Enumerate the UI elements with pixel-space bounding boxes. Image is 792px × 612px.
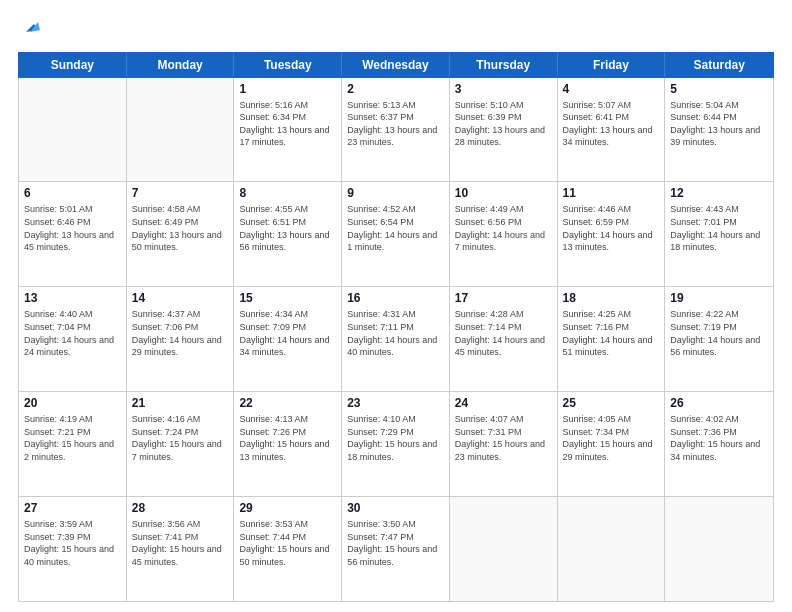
calendar-cell: 30Sunrise: 3:50 AM Sunset: 7:47 PM Dayli… — [342, 497, 450, 601]
cell-info: Sunrise: 4:02 AM Sunset: 7:36 PM Dayligh… — [670, 413, 768, 463]
calendar-day-header: Tuesday — [234, 53, 342, 77]
day-number: 26 — [670, 396, 768, 410]
cell-info: Sunrise: 3:53 AM Sunset: 7:44 PM Dayligh… — [239, 518, 336, 568]
cell-info: Sunrise: 4:19 AM Sunset: 7:21 PM Dayligh… — [24, 413, 121, 463]
cell-info: Sunrise: 4:22 AM Sunset: 7:19 PM Dayligh… — [670, 308, 768, 358]
calendar-day-header: Wednesday — [342, 53, 450, 77]
cell-info: Sunrise: 4:07 AM Sunset: 7:31 PM Dayligh… — [455, 413, 552, 463]
calendar-body: 1Sunrise: 5:16 AM Sunset: 6:34 PM Daylig… — [18, 78, 774, 602]
calendar-cell — [558, 497, 666, 601]
calendar-day-header: Sunday — [19, 53, 127, 77]
calendar-cell: 24Sunrise: 4:07 AM Sunset: 7:31 PM Dayli… — [450, 392, 558, 496]
day-number: 8 — [239, 186, 336, 200]
day-number: 30 — [347, 501, 444, 515]
calendar-cell: 27Sunrise: 3:59 AM Sunset: 7:39 PM Dayli… — [19, 497, 127, 601]
calendar-cell: 19Sunrise: 4:22 AM Sunset: 7:19 PM Dayli… — [665, 287, 773, 391]
day-number: 13 — [24, 291, 121, 305]
day-number: 15 — [239, 291, 336, 305]
day-number: 12 — [670, 186, 768, 200]
calendar-cell: 4Sunrise: 5:07 AM Sunset: 6:41 PM Daylig… — [558, 78, 666, 182]
calendar-day-header: Monday — [127, 53, 235, 77]
cell-info: Sunrise: 4:55 AM Sunset: 6:51 PM Dayligh… — [239, 203, 336, 253]
calendar-cell — [19, 78, 127, 182]
day-number: 29 — [239, 501, 336, 515]
calendar-cell: 20Sunrise: 4:19 AM Sunset: 7:21 PM Dayli… — [19, 392, 127, 496]
cell-info: Sunrise: 5:04 AM Sunset: 6:44 PM Dayligh… — [670, 99, 768, 149]
calendar-cell: 28Sunrise: 3:56 AM Sunset: 7:41 PM Dayli… — [127, 497, 235, 601]
calendar-week: 13Sunrise: 4:40 AM Sunset: 7:04 PM Dayli… — [19, 287, 773, 392]
day-number: 28 — [132, 501, 229, 515]
calendar-cell: 10Sunrise: 4:49 AM Sunset: 6:56 PM Dayli… — [450, 182, 558, 286]
logo-icon — [20, 16, 42, 42]
calendar-week: 1Sunrise: 5:16 AM Sunset: 6:34 PM Daylig… — [19, 78, 773, 183]
cell-info: Sunrise: 4:34 AM Sunset: 7:09 PM Dayligh… — [239, 308, 336, 358]
cell-info: Sunrise: 4:40 AM Sunset: 7:04 PM Dayligh… — [24, 308, 121, 358]
calendar-cell — [665, 497, 773, 601]
cell-info: Sunrise: 4:13 AM Sunset: 7:26 PM Dayligh… — [239, 413, 336, 463]
calendar-week: 20Sunrise: 4:19 AM Sunset: 7:21 PM Dayli… — [19, 392, 773, 497]
calendar-header: SundayMondayTuesdayWednesdayThursdayFrid… — [18, 52, 774, 78]
cell-info: Sunrise: 4:43 AM Sunset: 7:01 PM Dayligh… — [670, 203, 768, 253]
day-number: 3 — [455, 82, 552, 96]
cell-info: Sunrise: 4:46 AM Sunset: 6:59 PM Dayligh… — [563, 203, 660, 253]
calendar-day-header: Thursday — [450, 53, 558, 77]
calendar-cell: 26Sunrise: 4:02 AM Sunset: 7:36 PM Dayli… — [665, 392, 773, 496]
calendar-cell: 22Sunrise: 4:13 AM Sunset: 7:26 PM Dayli… — [234, 392, 342, 496]
cell-info: Sunrise: 4:37 AM Sunset: 7:06 PM Dayligh… — [132, 308, 229, 358]
day-number: 22 — [239, 396, 336, 410]
cell-info: Sunrise: 3:59 AM Sunset: 7:39 PM Dayligh… — [24, 518, 121, 568]
cell-info: Sunrise: 5:07 AM Sunset: 6:41 PM Dayligh… — [563, 99, 660, 149]
calendar-cell: 11Sunrise: 4:46 AM Sunset: 6:59 PM Dayli… — [558, 182, 666, 286]
cell-info: Sunrise: 4:10 AM Sunset: 7:29 PM Dayligh… — [347, 413, 444, 463]
calendar-cell: 29Sunrise: 3:53 AM Sunset: 7:44 PM Dayli… — [234, 497, 342, 601]
day-number: 5 — [670, 82, 768, 96]
day-number: 2 — [347, 82, 444, 96]
cell-info: Sunrise: 4:28 AM Sunset: 7:14 PM Dayligh… — [455, 308, 552, 358]
day-number: 27 — [24, 501, 121, 515]
header — [18, 16, 774, 42]
calendar-cell: 9Sunrise: 4:52 AM Sunset: 6:54 PM Daylig… — [342, 182, 450, 286]
calendar-week: 6Sunrise: 5:01 AM Sunset: 6:46 PM Daylig… — [19, 182, 773, 287]
cell-info: Sunrise: 4:25 AM Sunset: 7:16 PM Dayligh… — [563, 308, 660, 358]
calendar-day-header: Friday — [558, 53, 666, 77]
cell-info: Sunrise: 4:58 AM Sunset: 6:49 PM Dayligh… — [132, 203, 229, 253]
calendar-cell: 25Sunrise: 4:05 AM Sunset: 7:34 PM Dayli… — [558, 392, 666, 496]
day-number: 4 — [563, 82, 660, 96]
calendar-cell: 16Sunrise: 4:31 AM Sunset: 7:11 PM Dayli… — [342, 287, 450, 391]
cell-info: Sunrise: 5:16 AM Sunset: 6:34 PM Dayligh… — [239, 99, 336, 149]
calendar-cell — [450, 497, 558, 601]
calendar-cell: 7Sunrise: 4:58 AM Sunset: 6:49 PM Daylig… — [127, 182, 235, 286]
calendar-cell: 12Sunrise: 4:43 AM Sunset: 7:01 PM Dayli… — [665, 182, 773, 286]
page: SundayMondayTuesdayWednesdayThursdayFrid… — [0, 0, 792, 612]
calendar-cell: 3Sunrise: 5:10 AM Sunset: 6:39 PM Daylig… — [450, 78, 558, 182]
calendar-cell: 23Sunrise: 4:10 AM Sunset: 7:29 PM Dayli… — [342, 392, 450, 496]
calendar-cell: 21Sunrise: 4:16 AM Sunset: 7:24 PM Dayli… — [127, 392, 235, 496]
cell-info: Sunrise: 5:10 AM Sunset: 6:39 PM Dayligh… — [455, 99, 552, 149]
calendar-cell: 6Sunrise: 5:01 AM Sunset: 6:46 PM Daylig… — [19, 182, 127, 286]
calendar-cell: 15Sunrise: 4:34 AM Sunset: 7:09 PM Dayli… — [234, 287, 342, 391]
calendar-cell: 13Sunrise: 4:40 AM Sunset: 7:04 PM Dayli… — [19, 287, 127, 391]
day-number: 19 — [670, 291, 768, 305]
cell-info: Sunrise: 3:50 AM Sunset: 7:47 PM Dayligh… — [347, 518, 444, 568]
day-number: 25 — [563, 396, 660, 410]
day-number: 6 — [24, 186, 121, 200]
day-number: 9 — [347, 186, 444, 200]
day-number: 18 — [563, 291, 660, 305]
calendar: SundayMondayTuesdayWednesdayThursdayFrid… — [18, 52, 774, 602]
day-number: 20 — [24, 396, 121, 410]
calendar-week: 27Sunrise: 3:59 AM Sunset: 7:39 PM Dayli… — [19, 497, 773, 601]
calendar-cell: 2Sunrise: 5:13 AM Sunset: 6:37 PM Daylig… — [342, 78, 450, 182]
calendar-cell — [127, 78, 235, 182]
cell-info: Sunrise: 3:56 AM Sunset: 7:41 PM Dayligh… — [132, 518, 229, 568]
day-number: 16 — [347, 291, 444, 305]
cell-info: Sunrise: 4:05 AM Sunset: 7:34 PM Dayligh… — [563, 413, 660, 463]
day-number: 17 — [455, 291, 552, 305]
day-number: 21 — [132, 396, 229, 410]
day-number: 23 — [347, 396, 444, 410]
cell-info: Sunrise: 4:31 AM Sunset: 7:11 PM Dayligh… — [347, 308, 444, 358]
day-number: 10 — [455, 186, 552, 200]
cell-info: Sunrise: 5:13 AM Sunset: 6:37 PM Dayligh… — [347, 99, 444, 149]
calendar-cell: 18Sunrise: 4:25 AM Sunset: 7:16 PM Dayli… — [558, 287, 666, 391]
cell-info: Sunrise: 5:01 AM Sunset: 6:46 PM Dayligh… — [24, 203, 121, 253]
day-number: 24 — [455, 396, 552, 410]
